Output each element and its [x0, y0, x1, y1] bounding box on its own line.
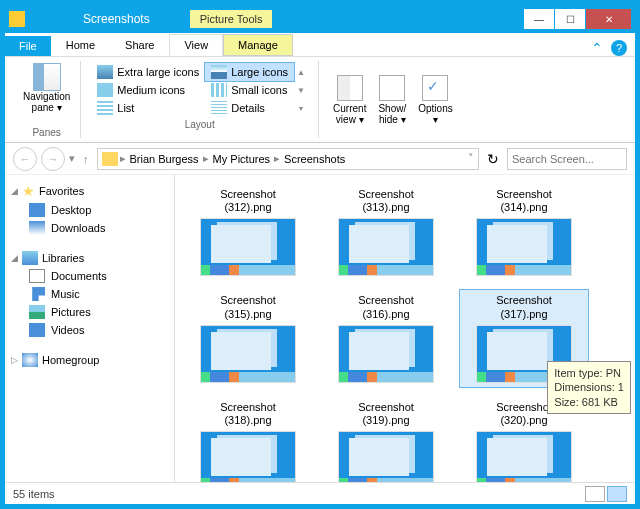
music-icon — [29, 287, 45, 301]
star-icon: ★ — [22, 183, 35, 199]
picture-tools-tab[interactable]: Picture Tools — [190, 10, 273, 28]
sidebar-pictures[interactable]: Pictures — [9, 303, 170, 321]
file-preview — [338, 218, 434, 276]
scroll-down-icon[interactable]: ▼ — [294, 86, 308, 95]
ribbon-tabs: File Home Share View Manage ⌃ ? — [5, 33, 635, 57]
panes-group-label: Panes — [32, 127, 60, 138]
file-thumbnail[interactable]: Screenshot(316).png — [321, 289, 451, 387]
folder-icon — [9, 11, 25, 27]
close-button[interactable]: ✕ — [586, 9, 631, 29]
desktop-icon — [29, 203, 45, 217]
layout-group-label: Layout — [185, 119, 215, 130]
search-input[interactable] — [507, 148, 627, 170]
status-bar: 55 items — [5, 482, 635, 504]
videos-icon — [29, 323, 45, 337]
sidebar-favorites[interactable]: ◢★Favorites — [9, 181, 170, 201]
history-dropdown-icon[interactable]: ▾ — [69, 152, 75, 165]
tab-manage[interactable]: Manage — [223, 34, 293, 56]
item-count: 55 items — [13, 488, 55, 500]
navigation-pane-button[interactable]: Navigation pane ▾ — [21, 61, 72, 115]
window-title: Screenshots — [83, 12, 150, 26]
layout-large-icons[interactable]: Large icons — [205, 63, 294, 81]
folder-icon — [102, 152, 118, 166]
show-hide-icon — [379, 75, 405, 101]
file-label: Screenshot(313).png — [358, 188, 414, 214]
file-preview — [476, 218, 572, 276]
layout-medium-icons[interactable]: Medium icons — [91, 81, 205, 99]
tab-share[interactable]: Share — [110, 34, 169, 56]
current-view-icon — [337, 75, 363, 101]
tab-home[interactable]: Home — [51, 34, 110, 56]
downloads-icon — [29, 221, 45, 235]
pictures-icon — [29, 305, 45, 319]
back-button[interactable]: ← — [13, 147, 37, 171]
show-hide-button[interactable]: Show/ hide ▾ — [372, 73, 412, 127]
ribbon: Navigation pane ▾ Panes Extra large icon… — [5, 57, 635, 143]
file-preview — [338, 325, 434, 383]
file-thumbnail[interactable]: Screenshot(319).png — [321, 396, 451, 482]
navigation-pane-icon — [33, 63, 61, 91]
sidebar-homegroup[interactable]: ▷Homegroup — [9, 351, 170, 369]
file-label: Screenshot(314).png — [496, 188, 552, 214]
address-bar: ← → ▾ ↑ ▸ Brian Burgess ▸ My Pictures ▸ … — [5, 143, 635, 175]
scroll-more-icon[interactable]: ▾ — [294, 104, 308, 113]
file-label: Screenshot(315).png — [220, 294, 276, 320]
file-preview — [200, 325, 296, 383]
current-view-button[interactable]: Current view ▾ — [327, 73, 372, 127]
file-label: Screenshot(312).png — [220, 188, 276, 214]
titlebar[interactable]: Screenshots Picture Tools — ☐ ✕ — [5, 5, 635, 33]
crumb-dropdown-icon[interactable]: ˅ — [468, 152, 474, 165]
breadcrumb[interactable]: ▸ Brian Burgess ▸ My Pictures ▸ Screensh… — [97, 148, 480, 170]
sidebar-downloads[interactable]: Downloads — [9, 219, 170, 237]
forward-button[interactable]: → — [41, 147, 65, 171]
layout-extra-large-icons[interactable]: Extra large icons — [91, 63, 205, 81]
help-icon[interactable]: ? — [611, 40, 627, 56]
file-thumbnail[interactable]: Screenshot(315).png — [183, 289, 313, 387]
sidebar-desktop[interactable]: Desktop — [9, 201, 170, 219]
file-preview — [200, 218, 296, 276]
file-label: Screenshot(316).png — [358, 294, 414, 320]
layout-details[interactable]: Details — [205, 99, 294, 117]
crumb-user[interactable]: Brian Burgess — [128, 153, 201, 165]
file-tooltip: Item type: PN Dimensions: 1 Size: 681 KB — [547, 361, 631, 414]
file-thumbnail[interactable]: Screenshot(312).png — [183, 183, 313, 281]
file-list[interactable]: Screenshot(312).pngScreenshot(313).pngSc… — [175, 175, 635, 482]
file-label: Screenshot(318).png — [220, 401, 276, 427]
tab-file[interactable]: File — [5, 36, 51, 56]
options-icon — [422, 75, 448, 101]
file-label: Screenshot(319).png — [358, 401, 414, 427]
thumbnails-view-button[interactable] — [607, 486, 627, 502]
file-thumbnail[interactable]: Screenshot(313).png — [321, 183, 451, 281]
crumb-screenshots[interactable]: Screenshots — [282, 153, 347, 165]
file-label: Screenshot(317).png — [496, 294, 552, 320]
file-label: Screenshot(320).png — [496, 401, 552, 427]
sidebar-libraries[interactable]: ◢Libraries — [9, 249, 170, 267]
layout-options: Extra large icons Large icons ▲ Medium i… — [89, 61, 310, 119]
layout-small-icons[interactable]: Small icons — [205, 81, 294, 99]
details-view-button[interactable] — [585, 486, 605, 502]
tab-view[interactable]: View — [169, 34, 223, 56]
file-thumbnail[interactable]: Screenshot(318).png — [183, 396, 313, 482]
file-preview — [338, 431, 434, 482]
options-button[interactable]: Options ▾ — [412, 73, 458, 127]
maximize-button[interactable]: ☐ — [555, 9, 585, 29]
libraries-icon — [22, 251, 38, 265]
layout-list[interactable]: List — [91, 99, 205, 117]
documents-icon — [29, 269, 45, 283]
crumb-pictures[interactable]: My Pictures — [211, 153, 272, 165]
file-preview — [476, 431, 572, 482]
explorer-window: Screenshots Picture Tools — ☐ ✕ File Hom… — [4, 4, 636, 505]
collapse-ribbon-icon[interactable]: ⌃ — [591, 40, 603, 56]
refresh-button[interactable]: ↻ — [483, 151, 503, 167]
homegroup-icon — [22, 353, 38, 367]
up-button[interactable]: ↑ — [79, 153, 93, 165]
sidebar-documents[interactable]: Documents — [9, 267, 170, 285]
file-preview — [200, 431, 296, 482]
scroll-up-icon[interactable]: ▲ — [294, 68, 308, 77]
minimize-button[interactable]: — — [524, 9, 554, 29]
sidebar-music[interactable]: Music — [9, 285, 170, 303]
sidebar-videos[interactable]: Videos — [9, 321, 170, 339]
navigation-sidebar: ◢★Favorites Desktop Downloads ◢Libraries… — [5, 175, 175, 482]
file-thumbnail[interactable]: Screenshot(314).png — [459, 183, 589, 281]
